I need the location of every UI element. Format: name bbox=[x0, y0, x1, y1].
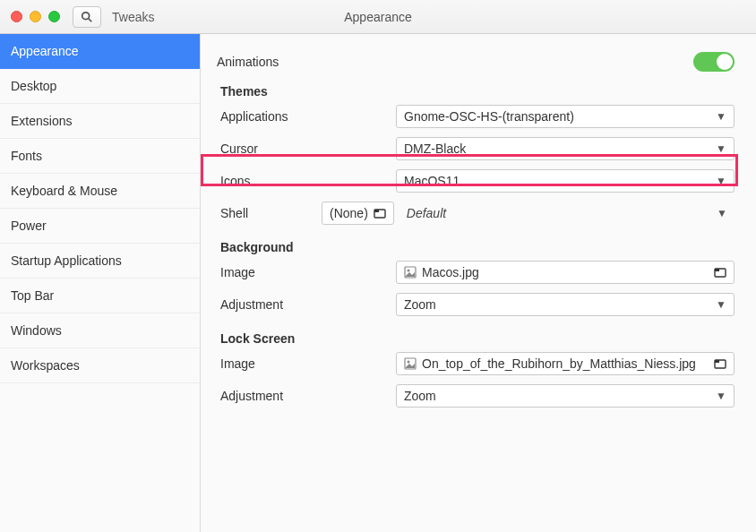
sidebar-item-label: Fonts bbox=[11, 149, 42, 163]
close-icon[interactable] bbox=[11, 11, 22, 22]
svg-point-9 bbox=[408, 361, 410, 364]
sidebar-item-power[interactable]: Power bbox=[0, 209, 200, 244]
folder-icon bbox=[714, 267, 726, 278]
bg-image-picker[interactable]: Macos.jpg bbox=[396, 261, 735, 284]
window-controls bbox=[11, 11, 60, 22]
sidebar-item-windows[interactable]: Windows bbox=[0, 313, 200, 348]
sidebar-item-label: Startup Applications bbox=[11, 253, 122, 268]
svg-point-5 bbox=[408, 270, 410, 272]
icons-dropdown[interactable]: MacOS11 ▼ bbox=[396, 169, 735, 193]
sidebar-item-label: Top Bar bbox=[11, 288, 54, 303]
window-title: Appearance bbox=[344, 10, 412, 24]
chevron-down-icon: ▼ bbox=[716, 110, 726, 123]
chevron-down-icon: ▼ bbox=[717, 207, 727, 219]
maximize-icon[interactable] bbox=[48, 11, 60, 22]
svg-line-1 bbox=[89, 18, 91, 21]
dropdown-value: Zoom bbox=[404, 297, 436, 312]
icons-label: Icons bbox=[217, 174, 396, 188]
sidebar-item-appearance[interactable]: Appearance bbox=[0, 34, 200, 69]
sidebar-item-top-bar[interactable]: Top Bar bbox=[0, 279, 200, 313]
chevron-down-icon: ▼ bbox=[716, 390, 726, 402]
sidebar-item-label: Desktop bbox=[11, 79, 56, 93]
search-button[interactable] bbox=[73, 6, 101, 28]
sidebar-item-keyboard-mouse[interactable]: Keyboard & Mouse bbox=[0, 174, 200, 209]
dropdown-value: DMZ-Black bbox=[404, 142, 466, 156]
shell-none-label: (None) bbox=[330, 206, 368, 220]
animations-toggle[interactable] bbox=[693, 52, 735, 72]
app-name: Tweaks bbox=[112, 10, 154, 24]
folder-icon bbox=[714, 358, 726, 369]
cursor-dropdown[interactable]: DMZ-Black ▼ bbox=[396, 137, 735, 160]
dropdown-value: Gnome-OSC-HS-(transparent) bbox=[404, 109, 574, 124]
minimize-icon[interactable] bbox=[30, 11, 41, 22]
chevron-down-icon: ▼ bbox=[716, 142, 726, 155]
shell-dropdown[interactable]: Default ▼ bbox=[399, 202, 735, 225]
titlebar: Tweaks Appearance bbox=[0, 0, 756, 34]
dropdown-value: Macos.jpg bbox=[422, 265, 479, 279]
lockscreen-heading: Lock Screen bbox=[217, 331, 735, 346]
svg-rect-7 bbox=[715, 269, 719, 271]
lock-adjustment-label: Adjustment bbox=[217, 389, 396, 403]
sidebar-item-workspaces[interactable]: Workspaces bbox=[0, 348, 200, 383]
lock-image-picker[interactable]: On_top_of_the_Rubihorn_by_Matthias_Niess… bbox=[396, 352, 735, 375]
sidebar-item-extensions[interactable]: Extensions bbox=[0, 104, 200, 139]
bg-adjustment-label: Adjustment bbox=[217, 297, 396, 312]
sidebar-item-label: Power bbox=[11, 219, 47, 233]
sidebar-item-label: Windows bbox=[11, 323, 62, 338]
applications-label: Applications bbox=[217, 109, 396, 124]
lock-image-label: Image bbox=[217, 356, 396, 371]
sidebar: Appearance Desktop Extensions Fonts Keyb… bbox=[0, 34, 201, 532]
dropdown-value: On_top_of_the_Rubihorn_by_Matthias_Niess… bbox=[422, 356, 696, 371]
sidebar-item-label: Appearance bbox=[11, 44, 79, 58]
search-icon bbox=[81, 11, 93, 23]
dropdown-value: Zoom bbox=[404, 389, 436, 403]
chevron-down-icon: ▼ bbox=[716, 298, 726, 311]
shell-none-button[interactable]: (None) bbox=[322, 202, 394, 225]
cursor-label: Cursor bbox=[217, 142, 396, 156]
background-heading: Background bbox=[217, 240, 735, 254]
sidebar-item-fonts[interactable]: Fonts bbox=[0, 139, 200, 174]
content-pane: Animations Themes Applications Gnome-OSC… bbox=[201, 34, 756, 532]
bg-adjustment-dropdown[interactable]: Zoom ▼ bbox=[396, 293, 735, 316]
dropdown-value: MacOS11 bbox=[404, 174, 460, 188]
sidebar-item-label: Workspaces bbox=[11, 358, 80, 373]
svg-point-0 bbox=[82, 12, 90, 19]
themes-heading: Themes bbox=[217, 84, 735, 99]
folder-icon bbox=[374, 208, 386, 219]
sidebar-item-label: Keyboard & Mouse bbox=[11, 184, 117, 198]
svg-rect-11 bbox=[715, 360, 719, 363]
applications-dropdown[interactable]: Gnome-OSC-HS-(transparent) ▼ bbox=[396, 105, 735, 128]
sidebar-item-label: Extensions bbox=[11, 114, 72, 128]
sidebar-item-desktop[interactable]: Desktop bbox=[0, 69, 200, 104]
dropdown-value: Default bbox=[407, 206, 446, 220]
lock-adjustment-dropdown[interactable]: Zoom ▼ bbox=[396, 384, 735, 408]
bg-image-label: Image bbox=[217, 265, 396, 279]
chevron-down-icon: ▼ bbox=[716, 175, 726, 187]
animations-label: Animations bbox=[217, 55, 279, 69]
image-file-icon bbox=[404, 357, 417, 370]
sidebar-item-startup-applications[interactable]: Startup Applications bbox=[0, 244, 200, 279]
image-file-icon bbox=[404, 266, 417, 279]
svg-rect-3 bbox=[374, 210, 379, 212]
